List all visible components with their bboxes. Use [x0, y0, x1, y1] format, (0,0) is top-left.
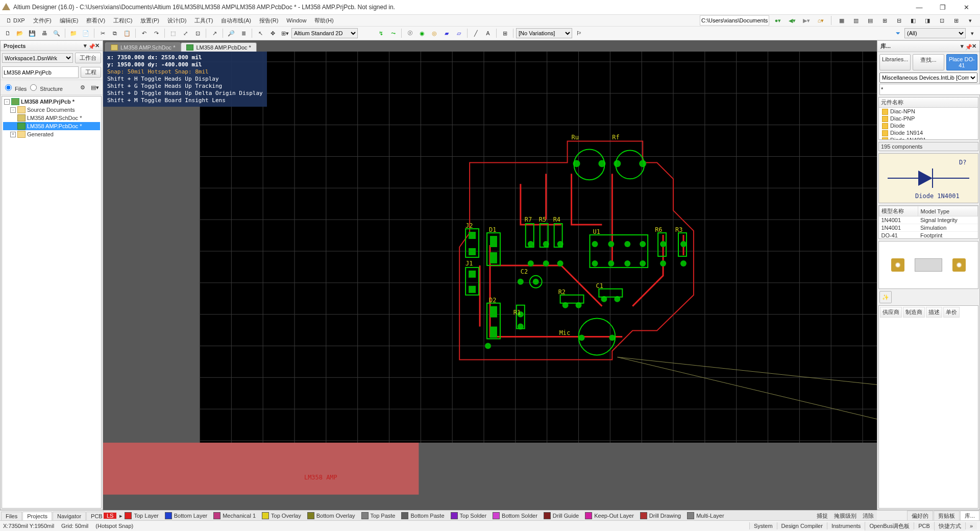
model-row[interactable]: 1N4001Signal Integrity: [879, 216, 978, 224]
rt-clear[interactable]: 清除: [860, 512, 877, 520]
tb-icon-e[interactable]: ⊟: [893, 15, 904, 26]
nav-fwd-icon[interactable]: ▶▾: [801, 15, 812, 26]
radio-files[interactable]: Files: [3, 83, 27, 92]
close-button[interactable]: ✕: [954, 0, 978, 14]
comp-diode[interactable]: Diode: [879, 122, 978, 129]
lib-filter-input[interactable]: [879, 84, 980, 95]
st-fav[interactable]: 偏好的: [907, 511, 933, 521]
flag-icon[interactable]: 🏳: [573, 28, 584, 39]
menu-view[interactable]: 察看(V): [82, 16, 109, 26]
layer-boto[interactable]: Bottom Overlay: [304, 512, 358, 519]
rt-snap[interactable]: 捕捉: [814, 512, 831, 520]
new-doc-icon[interactable]: 🗋: [2, 28, 13, 39]
maximize-button[interactable]: ❐: [931, 0, 954, 14]
struct-opt-icon[interactable]: ⚙: [77, 82, 88, 93]
sys-pcb[interactable]: PCB: [914, 522, 934, 529]
model-row[interactable]: DO-41Footprint: [879, 232, 978, 239]
array-icon[interactable]: ⊞: [499, 28, 510, 39]
layer-top[interactable]: ▸Top Layer: [116, 512, 161, 519]
zoom-area-icon[interactable]: ⬚: [167, 28, 179, 39]
tree-src[interactable]: -Source Documents: [3, 106, 100, 114]
sys-instr[interactable]: Instruments: [827, 522, 865, 529]
lib-close-icon[interactable]: ✕: [972, 43, 976, 50]
layer-keepout[interactable]: Keep-Out Layer: [582, 512, 637, 519]
place-pad-icon[interactable]: ◉: [416, 28, 428, 39]
sys-openbus[interactable]: OpenBus调色板: [865, 522, 914, 530]
place-via-icon[interactable]: ⦿: [404, 28, 415, 39]
place-button[interactable]: Place DO-41: [946, 54, 977, 70]
tb-icon-b[interactable]: ▥: [850, 15, 862, 26]
undo-icon[interactable]: ↶: [138, 28, 150, 39]
open-prjpcb-icon[interactable]: 📄: [80, 28, 91, 39]
tree-gen[interactable]: +Generated: [3, 130, 100, 138]
wand-icon[interactable]: ✨: [879, 291, 892, 303]
place-text-icon[interactable]: A: [482, 28, 494, 39]
preview-icon[interactable]: 🔍: [51, 28, 62, 39]
lib-pin-icon[interactable]: 📌: [965, 44, 970, 49]
tree-root[interactable]: -LM358 AMP.PrjPcb *: [3, 98, 100, 106]
view-mode-select[interactable]: Altium Standard 2D: [291, 28, 358, 38]
zoom-sel-icon[interactable]: ⊡: [192, 28, 203, 39]
bt-files[interactable]: Files: [1, 512, 22, 520]
radio-structure[interactable]: Structure: [28, 83, 63, 92]
layer-drilld[interactable]: Drill Drawing: [637, 512, 684, 519]
st-lib[interactable]: 库...: [960, 511, 979, 521]
sys-system[interactable]: System: [749, 522, 777, 529]
project-input[interactable]: [2, 66, 79, 78]
redo-icon[interactable]: ↷: [151, 28, 162, 39]
menu-file[interactable]: 文件(F): [29, 16, 56, 26]
nav-home-icon[interactable]: ⌂▾: [815, 15, 826, 26]
print-icon[interactable]: 🖶: [39, 28, 50, 39]
menu-tools[interactable]: 工具(T): [190, 16, 217, 26]
project-button[interactable]: 工程: [81, 67, 101, 78]
tb-icon-j[interactable]: ▾: [965, 15, 976, 26]
place-via2-icon[interactable]: ◎: [429, 28, 440, 39]
rt-mask[interactable]: 掩膜级别: [831, 512, 860, 520]
menu-report[interactable]: 报告(R): [255, 16, 282, 26]
layer-tops[interactable]: Top Solder: [448, 512, 490, 519]
workbench-button[interactable]: 工作台: [75, 53, 101, 63]
tab-pcbdoc[interactable]: LM358 AMP.PcbDoc *: [181, 42, 256, 52]
menu-project[interactable]: 工程(C): [109, 16, 136, 26]
pcb-canvas[interactable]: LM358 AMP: [103, 52, 877, 495]
tree-pcb[interactable]: LM358 AMP.PcbDoc *: [3, 122, 100, 130]
comp-diac-npn[interactable]: Diac-NPN: [879, 108, 978, 115]
paste-icon[interactable]: 📋: [121, 28, 133, 39]
bt-navigator[interactable]: Navigator: [53, 512, 86, 520]
tb-icon-i[interactable]: ⊞: [950, 15, 962, 26]
bt-projects[interactable]: Projects: [22, 512, 52, 520]
cursor-icon[interactable]: ↖: [255, 28, 266, 39]
open-project-icon[interactable]: 📁: [68, 28, 79, 39]
tb-icon-f[interactable]: ◧: [908, 15, 919, 26]
pin-icon[interactable]: 📌: [88, 43, 93, 49]
minimize-button[interactable]: —: [908, 0, 931, 14]
project-tree[interactable]: -LM358 AMP.PrjPcb * -Source Documents LM…: [2, 96, 102, 509]
menu-design[interactable]: 设计(D): [163, 16, 190, 26]
save-icon[interactable]: 💾: [27, 28, 38, 39]
component-list[interactable]: 元件名称 Diac-NPN Diac-PNP Diode Diode 1N914…: [878, 97, 978, 140]
tab-schdoc[interactable]: LM358 AMP.SchDoc *: [105, 42, 181, 52]
menu-help[interactable]: 帮助(H): [310, 16, 337, 26]
tb-icon-d[interactable]: ⊞: [879, 15, 890, 26]
tb-icon-c[interactable]: ▤: [865, 15, 876, 26]
model-table[interactable]: 模型名称Model Type 1N4001Signal Integrity 1N…: [878, 205, 978, 239]
route2-icon[interactable]: ⤳: [387, 28, 399, 39]
st-clip[interactable]: 剪贴板: [934, 511, 960, 521]
place-fill-icon[interactable]: ▰: [441, 28, 452, 39]
variations-select[interactable]: [No Variations]: [516, 28, 572, 38]
libraries-button[interactable]: Libraries...: [879, 54, 911, 70]
lib-drop-icon[interactable]: ▾: [961, 43, 964, 50]
cut-icon[interactable]: ✂: [97, 28, 108, 39]
layer-ls[interactable]: LS: [104, 513, 116, 519]
filter-funnel-icon[interactable]: ⏷: [892, 28, 903, 39]
layer-drillg[interactable]: Drill Guide: [541, 512, 582, 519]
cross-probe-icon[interactable]: ↗: [209, 28, 220, 39]
menu-place[interactable]: 放置(P): [136, 16, 163, 26]
filter-all-select[interactable]: (All): [904, 28, 966, 38]
menu-window[interactable]: Window: [282, 16, 310, 25]
recent-path-input[interactable]: [700, 15, 769, 26]
tb-icon-a[interactable]: ▦: [836, 15, 847, 26]
copy-icon[interactable]: ⧉: [109, 28, 120, 39]
tree-sch[interactable]: LM358 AMP.SchDoc *: [3, 114, 100, 122]
lib-select[interactable]: Miscellaneous Devices.IntLib [Compor: [879, 73, 977, 83]
